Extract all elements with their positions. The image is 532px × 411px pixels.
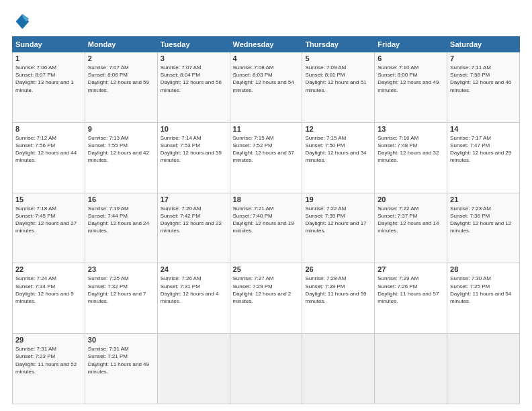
day-number: 3 [161,54,227,62]
day-number: 18 [233,195,300,203]
day-cell: 1Sunrise: 7:06 AMSunset: 8:07 PMDaylight… [13,52,85,123]
day-info: Sunrise: 7:09 AMSunset: 8:01 PMDaylight:… [305,64,371,94]
day-cell: 27Sunrise: 7:29 AMSunset: 7:26 PMDayligh… [375,263,447,334]
day-cell: 16Sunrise: 7:19 AMSunset: 7:44 PMDayligh… [85,193,157,263]
day-number: 6 [378,54,444,62]
header-cell-saturday: Saturday [447,37,520,52]
day-cell: 8Sunrise: 7:12 AMSunset: 7:56 PMDaylight… [13,122,85,193]
day-number: 8 [15,125,82,133]
header-cell-thursday: Thursday [302,37,375,52]
day-info: Sunrise: 7:19 AMSunset: 7:44 PMDaylight:… [88,205,154,235]
day-cell: 22Sunrise: 7:24 AMSunset: 7:34 PMDayligh… [13,263,85,334]
day-number: 23 [88,265,154,273]
day-info: Sunrise: 7:16 AMSunset: 7:48 PMDaylight:… [378,134,444,165]
day-info: Sunrise: 7:26 AMSunset: 7:31 PMDaylight:… [161,275,227,305]
day-cell: 13Sunrise: 7:16 AMSunset: 7:48 PMDayligh… [375,122,447,193]
header-cell-tuesday: Tuesday [157,37,230,52]
header-cell-monday: Monday [85,37,157,52]
day-info: Sunrise: 7:07 AMSunset: 8:06 PMDaylight:… [88,64,154,94]
day-info: Sunrise: 7:17 AMSunset: 7:47 PMDaylight:… [450,134,517,165]
day-info: Sunrise: 7:27 AMSunset: 7:29 PMDaylight:… [233,275,300,305]
header-cell-wednesday: Wednesday [230,37,302,52]
week-row-1: 1Sunrise: 7:06 AMSunset: 8:07 PMDaylight… [13,52,520,123]
day-cell: 12Sunrise: 7:15 AMSunset: 7:50 PMDayligh… [302,122,375,193]
day-number: 29 [15,336,82,344]
day-info: Sunrise: 7:15 AMSunset: 7:52 PMDaylight:… [233,134,300,165]
day-number: 25 [233,265,300,273]
calendar-table: SundayMondayTuesdayWednesdayThursdayFrid… [12,36,520,404]
day-number: 27 [378,265,444,273]
day-info: Sunrise: 7:07 AMSunset: 8:04 PMDaylight:… [161,64,227,94]
day-number: 15 [15,195,82,203]
day-cell: 5Sunrise: 7:09 AMSunset: 8:01 PMDaylight… [302,52,375,123]
day-info: Sunrise: 7:24 AMSunset: 7:34 PMDaylight:… [15,275,82,305]
day-info: Sunrise: 7:31 AMSunset: 7:21 PMDaylight:… [88,345,154,375]
week-row-5: 29Sunrise: 7:31 AMSunset: 7:23 PMDayligh… [13,334,520,404]
day-cell: 6Sunrise: 7:10 AMSunset: 8:00 PMDaylight… [375,52,447,123]
day-number: 10 [161,125,227,133]
calendar-header: SundayMondayTuesdayWednesdayThursdayFrid… [13,37,520,52]
day-cell: 26Sunrise: 7:28 AMSunset: 7:28 PMDayligh… [302,263,375,334]
day-number: 4 [233,54,300,62]
day-info: Sunrise: 7:15 AMSunset: 7:50 PMDaylight:… [305,134,371,165]
day-cell: 20Sunrise: 7:22 AMSunset: 7:37 PMDayligh… [375,193,447,263]
day-info: Sunrise: 7:08 AMSunset: 8:03 PMDaylight:… [233,64,300,94]
day-number: 20 [378,195,444,203]
day-cell: 28Sunrise: 7:30 AMSunset: 7:25 PMDayligh… [447,263,520,334]
header [12,12,520,31]
day-number: 13 [378,125,444,133]
day-cell: 18Sunrise: 7:21 AMSunset: 7:40 PMDayligh… [230,193,302,263]
day-number: 16 [88,195,154,203]
day-info: Sunrise: 7:25 AMSunset: 7:32 PMDaylight:… [88,275,154,305]
day-info: Sunrise: 7:31 AMSunset: 7:23 PMDaylight:… [15,345,82,375]
day-cell [157,334,230,404]
header-cell-sunday: Sunday [13,37,85,52]
day-info: Sunrise: 7:23 AMSunset: 7:36 PMDaylight:… [450,205,517,235]
day-info: Sunrise: 7:11 AMSunset: 7:58 PMDaylight:… [450,64,517,94]
logo-icon [12,12,31,31]
header-row: SundayMondayTuesdayWednesdayThursdayFrid… [13,37,520,52]
day-number: 17 [161,195,227,203]
day-info: Sunrise: 7:30 AMSunset: 7:25 PMDaylight:… [450,275,517,305]
day-cell [230,334,302,404]
day-number: 21 [450,195,517,203]
day-cell: 17Sunrise: 7:20 AMSunset: 7:42 PMDayligh… [157,193,230,263]
day-cell [375,334,447,404]
calendar-body: 1Sunrise: 7:06 AMSunset: 8:07 PMDaylight… [13,52,520,404]
day-cell: 29Sunrise: 7:31 AMSunset: 7:23 PMDayligh… [13,334,85,404]
day-info: Sunrise: 7:14 AMSunset: 7:53 PMDaylight:… [161,134,227,165]
header-cell-friday: Friday [375,37,447,52]
day-info: Sunrise: 7:22 AMSunset: 7:37 PMDaylight:… [378,205,444,235]
day-cell: 4Sunrise: 7:08 AMSunset: 8:03 PMDaylight… [230,52,302,123]
week-row-3: 15Sunrise: 7:18 AMSunset: 7:45 PMDayligh… [13,193,520,263]
day-number: 2 [88,54,154,62]
day-cell: 3Sunrise: 7:07 AMSunset: 8:04 PMDaylight… [157,52,230,123]
day-number: 14 [450,125,517,133]
page: SundayMondayTuesdayWednesdayThursdayFrid… [0,0,532,411]
day-number: 9 [88,125,154,133]
day-cell: 9Sunrise: 7:13 AMSunset: 7:55 PMDaylight… [85,122,157,193]
day-cell: 30Sunrise: 7:31 AMSunset: 7:21 PMDayligh… [85,334,157,404]
logo [12,12,34,31]
day-info: Sunrise: 7:13 AMSunset: 7:55 PMDaylight:… [88,134,154,165]
day-number: 26 [305,265,371,273]
day-cell: 14Sunrise: 7:17 AMSunset: 7:47 PMDayligh… [447,122,520,193]
day-info: Sunrise: 7:28 AMSunset: 7:28 PMDaylight:… [305,275,371,305]
week-row-4: 22Sunrise: 7:24 AMSunset: 7:34 PMDayligh… [13,263,520,334]
day-cell [302,334,375,404]
day-number: 12 [305,125,371,133]
day-number: 24 [161,265,227,273]
day-number: 28 [450,265,517,273]
day-cell: 15Sunrise: 7:18 AMSunset: 7:45 PMDayligh… [13,193,85,263]
day-info: Sunrise: 7:12 AMSunset: 7:56 PMDaylight:… [15,134,82,165]
day-cell: 11Sunrise: 7:15 AMSunset: 7:52 PMDayligh… [230,122,302,193]
day-cell: 10Sunrise: 7:14 AMSunset: 7:53 PMDayligh… [157,122,230,193]
day-info: Sunrise: 7:29 AMSunset: 7:26 PMDaylight:… [378,275,444,305]
day-cell: 2Sunrise: 7:07 AMSunset: 8:06 PMDaylight… [85,52,157,123]
day-info: Sunrise: 7:22 AMSunset: 7:39 PMDaylight:… [305,205,371,235]
day-cell: 25Sunrise: 7:27 AMSunset: 7:29 PMDayligh… [230,263,302,334]
day-cell: 23Sunrise: 7:25 AMSunset: 7:32 PMDayligh… [85,263,157,334]
day-number: 1 [15,54,82,62]
day-info: Sunrise: 7:20 AMSunset: 7:42 PMDaylight:… [161,205,227,235]
day-number: 22 [15,265,82,273]
